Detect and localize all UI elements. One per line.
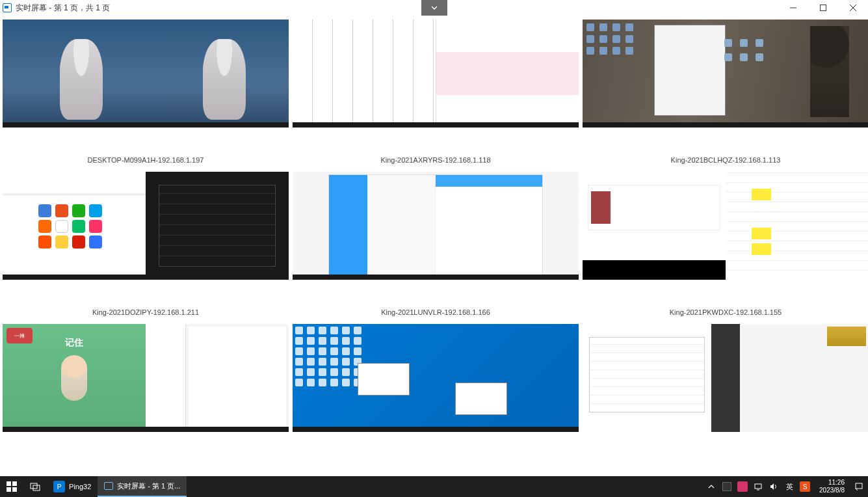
tray-app-pink-icon[interactable] <box>737 481 748 492</box>
screen-thumbnail[interactable]: 一禅 记住 <box>3 324 289 432</box>
start-button[interactable] <box>0 476 23 497</box>
screen-thumbnail[interactable] <box>583 324 868 432</box>
collapse-toolbar-button[interactable] <box>421 0 447 16</box>
screen-cell: DESKTOP-M099A1H-192.168.1.197 <box>3 20 289 168</box>
volume-icon[interactable] <box>769 481 779 492</box>
clock[interactable]: 11:26 2023/8/8 <box>815 479 848 494</box>
window-controls <box>778 0 868 16</box>
windows-icon <box>7 481 17 492</box>
screen-label: King-2021AXRYRS-192.168.1.118 <box>380 156 490 164</box>
screen-label: King-2021PKWDXC-192.168.1.155 <box>670 308 782 316</box>
titlebar: 实时屏幕 - 第 1 页，共 1 页 <box>0 0 868 16</box>
tray-app-icon[interactable] <box>722 481 732 492</box>
screen-grid: DESKTOP-M099A1H-192.168.1.197 King-2021A… <box>1 20 867 459</box>
screen-thumbnail[interactable] <box>293 20 579 128</box>
screen-label: King-2021LUNVLR-192.168.1.166 <box>381 308 490 316</box>
svg-rect-7 <box>755 484 761 489</box>
chevron-down-icon <box>430 4 438 12</box>
screen-thumbnail[interactable] <box>3 20 289 128</box>
ime-indicator[interactable]: 英 <box>784 481 795 492</box>
screen-thumbnail[interactable] <box>583 20 868 128</box>
tray-overflow-button[interactable] <box>706 481 717 492</box>
svg-rect-0 <box>821 5 826 11</box>
taskbar-app-realtime-screen[interactable]: 实时屏幕 - 第 1 页... <box>98 476 187 497</box>
close-button[interactable] <box>838 0 868 16</box>
svg-rect-1 <box>7 481 11 486</box>
task-view-icon <box>30 481 40 492</box>
screen-label: King-2021BCLHQZ-192.168.1.113 <box>671 156 781 164</box>
taskbar-app-ping32[interactable]: P Ping32 <box>47 476 98 497</box>
clock-date: 2023/8/8 <box>819 487 845 494</box>
taskbar-app-label: 实时屏幕 - 第 1 页... <box>117 481 180 491</box>
sogou-ime-icon[interactable]: S <box>800 481 810 492</box>
content-area: DESKTOP-M099A1H-192.168.1.197 King-2021A… <box>0 16 868 459</box>
screen-cell: 一禅 记住 King-2021YMRYNQ-192.168.1.17 <box>3 324 289 459</box>
screen-cell: King-2021LUNVLR-192.168.1.166 <box>293 172 579 320</box>
taskbar-app-label: Ping32 <box>69 483 91 490</box>
notifications-button[interactable] <box>854 481 864 492</box>
svg-rect-8 <box>856 483 862 489</box>
svg-rect-2 <box>12 481 17 486</box>
screen-thumbnail[interactable] <box>3 172 289 280</box>
screen-cell: King-2021PKWDXC-192.168.1.155 <box>583 172 868 320</box>
svg-rect-3 <box>7 487 11 492</box>
clock-time: 11:26 <box>819 479 845 487</box>
screen-label: DESKTOP-M099A1H-192.168.1.197 <box>88 156 204 164</box>
screen-cell: King-2021BCLHQZ-192.168.1.113 <box>583 20 868 168</box>
minimize-button[interactable] <box>778 0 808 16</box>
screen-thumbnail[interactable] <box>293 172 579 280</box>
app-icon <box>3 3 12 12</box>
screen-cell: MS-SXFHKINKFWUJ-192.168.1.3 <box>293 324 579 459</box>
system-taskbar: P Ping32 实时屏幕 - 第 1 页... 英 S 11:26 2023/… <box>0 476 868 497</box>
monitor-icon <box>104 482 113 490</box>
window-title: 实时屏幕 - 第 1 页，共 1 页 <box>16 3 110 14</box>
task-view-button[interactable] <box>23 476 47 497</box>
screen-cell: King-2021AXRYRS-192.168.1.118 <box>293 20 579 168</box>
screen-thumbnail[interactable] <box>293 324 579 432</box>
svg-rect-5 <box>31 483 37 489</box>
ping32-icon: P <box>53 481 65 492</box>
svg-rect-4 <box>12 487 17 492</box>
system-tray: 英 S 11:26 2023/8/8 <box>706 479 864 494</box>
screen-thumbnail[interactable] <box>583 172 868 280</box>
svg-rect-6 <box>33 485 40 490</box>
maximize-button[interactable] <box>808 0 838 16</box>
screen-label: King-2021DOZIPY-192.168.1.211 <box>92 308 199 316</box>
screen-cell: King-2021DOZIPY-192.168.1.211 <box>3 172 289 320</box>
network-icon[interactable] <box>753 481 763 492</box>
screen-cell: QH-20221202RXVX-192.168.1.14 <box>583 324 868 459</box>
